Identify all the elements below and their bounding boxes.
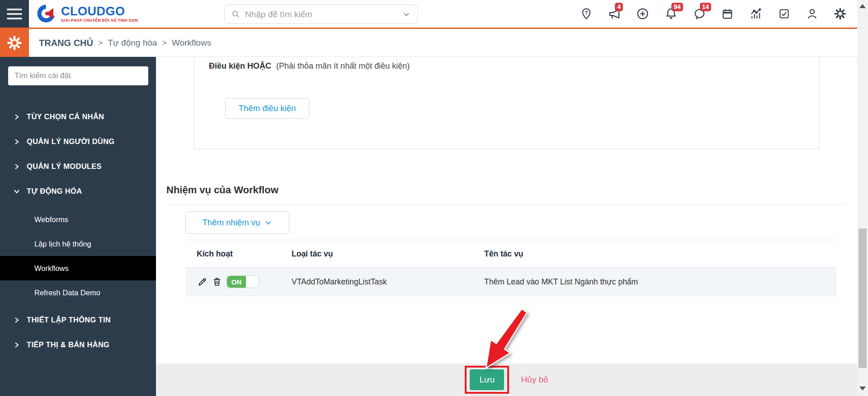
profile-button[interactable] xyxy=(806,7,819,21)
hamburger-icon xyxy=(7,9,22,10)
messages-button[interactable]: 14 xyxy=(693,7,706,21)
sidebar-item-webforms[interactable]: Webforms xyxy=(0,207,156,232)
task-active-toggle[interactable]: ON xyxy=(226,275,259,288)
sidebar-item-refresh-data-demo[interactable]: Refresh Data Demo xyxy=(0,280,156,305)
breadcrumb-item-workflows[interactable]: Workflows xyxy=(172,38,211,48)
sidebar-item-workflows[interactable]: Workflows xyxy=(0,256,156,280)
breadcrumb-separator: > xyxy=(162,38,167,48)
condition-panel: Điều kiện HOẶC (Phải thỏa mãn ít nhất mộ… xyxy=(194,57,820,149)
toggle-knob xyxy=(246,276,259,288)
chevron-down-icon xyxy=(14,188,20,195)
delete-task-button[interactable] xyxy=(212,276,222,287)
sidebar-item-marketing-sales[interactable]: TIẾP THỊ & BÁN HÀNG xyxy=(0,332,156,357)
announcements-button[interactable]: 4 xyxy=(608,7,621,21)
chevron-down-icon xyxy=(264,219,272,227)
scrollbar-down-arrow-icon[interactable] xyxy=(859,387,866,391)
task-type-cell: VTAddToMarketingListTask xyxy=(292,268,484,296)
gear-icon xyxy=(834,7,847,20)
sidebar-item-scheduler[interactable]: Lập lịch hệ thống xyxy=(0,232,156,256)
sidebar-item-personal-options[interactable]: TÙY CHỌN CÁ NHÂN xyxy=(0,104,156,129)
breadcrumb-bar: TRANG CHỦ > Tự động hóa > Workflows xyxy=(0,29,857,57)
chart-icon xyxy=(749,7,763,21)
sidebar-item-automation[interactable]: TỰ ĐỘNG HÓA xyxy=(0,179,156,204)
notifications-button[interactable]: 94 xyxy=(664,7,678,21)
settings-button[interactable] xyxy=(834,7,847,21)
location-help-icon: ? xyxy=(580,8,593,20)
messages-badge: 14 xyxy=(700,3,712,11)
sidebar-item-info-setup[interactable]: THIẾT LẬP THÔNG TIN xyxy=(0,307,156,332)
chevron-right-icon xyxy=(14,163,20,170)
scrollbar-thumb[interactable] xyxy=(859,228,867,368)
notifications-badge: 94 xyxy=(671,3,683,11)
edit-task-button[interactable] xyxy=(197,276,208,287)
page-scrollbar xyxy=(857,0,868,396)
chevron-right-icon xyxy=(14,114,20,120)
condition-heading: Điều kiện HOẶC (Phải thỏa mãn ít nhất mộ… xyxy=(209,61,410,71)
tasks-button[interactable] xyxy=(777,7,791,21)
scrollbar-up-arrow-icon[interactable] xyxy=(859,4,866,8)
global-search[interactable] xyxy=(224,5,418,24)
main-content: Điều kiện HOẶC (Phải thỏa mãn ít nhất mộ… xyxy=(156,57,857,396)
workflow-tasks-title: Nhiệm vụ của Workflow xyxy=(166,184,278,196)
workflow-tasks-table: Kích hoạt Loại tác vụ Tên tác vụ xyxy=(185,240,836,296)
search-dropdown-chevron-icon[interactable] xyxy=(402,10,411,19)
calendar-icon xyxy=(721,8,734,20)
global-search-input[interactable] xyxy=(245,9,402,19)
hamburger-menu-button[interactable] xyxy=(0,0,29,28)
chevron-right-icon xyxy=(14,342,20,348)
breadcrumb: TRANG CHỦ > Tự động hóa > Workflows xyxy=(39,29,211,57)
table-row: ON VTAddToMarketingListTask Thêm Lead và… xyxy=(185,268,836,296)
toggle-on-label: ON xyxy=(227,276,246,288)
cloudgo-logo[interactable]: CLOUDGO GIẢI PHÁP CHUYỂN ĐỔI SỐ TINH GỌN xyxy=(35,3,138,24)
condition-label: Điều kiện HOẶC xyxy=(209,61,271,70)
logo-title: CLOUDGO xyxy=(61,5,138,18)
settings-module-button[interactable] xyxy=(0,29,29,57)
top-nav-bar: CLOUDGO GIẢI PHÁP CHUYỂN ĐỔI SỐ TINH GỌN… xyxy=(0,0,857,29)
header-task-name: Tên tác vụ xyxy=(484,240,836,268)
settings-gear-icon xyxy=(6,35,23,51)
header-task-type: Loại tác vụ xyxy=(292,240,484,268)
condition-hint: (Phải thỏa mãn ít nhất một điều kiện) xyxy=(276,61,410,70)
settings-sidebar: TÙY CHỌN CÁ NHÂN QUẢN LÝ NGƯỜI DÙNG QUẢN… xyxy=(0,57,156,396)
header-activate: Kích hoạt xyxy=(185,240,292,268)
user-icon xyxy=(806,7,819,20)
sidebar-nav: TÙY CHỌN CÁ NHÂN QUẢN LÝ NGƯỜI DÙNG QUẢN… xyxy=(0,104,156,357)
sidebar-search-input[interactable] xyxy=(8,66,148,85)
logo-tagline: GIẢI PHÁP CHUYỂN ĐỔI SỐ TINH GỌN xyxy=(61,18,138,23)
plus-circle-icon xyxy=(636,7,649,20)
cloudgo-logo-icon xyxy=(35,3,57,24)
annotation-arrow xyxy=(466,303,538,375)
task-name-cell: Thêm Lead vào MKT List Ngành thực phẩm xyxy=(484,268,836,296)
reports-button[interactable] xyxy=(749,7,763,21)
sidebar-item-user-management[interactable]: QUẢN LÝ NGƯỜI DÙNG xyxy=(0,129,156,154)
quick-create-button[interactable] xyxy=(636,7,650,21)
sidebar-item-module-management[interactable]: QUẢN LÝ MODULES xyxy=(0,154,156,179)
table-header-row: Kích hoạt Loại tác vụ Tên tác vụ xyxy=(185,240,836,268)
announcements-badge: 4 xyxy=(615,3,623,11)
topbar-icon-row: ? 4 94 14 xyxy=(580,0,847,28)
pencil-icon xyxy=(197,277,208,287)
cancel-link[interactable]: Hủy bỏ xyxy=(521,375,548,385)
calendar-button[interactable] xyxy=(721,7,734,21)
checkbox-icon xyxy=(778,8,790,20)
add-task-button[interactable]: Thêm nhiệm vụ xyxy=(185,211,289,234)
breadcrumb-home-link[interactable]: TRANG CHỦ xyxy=(39,38,93,48)
breadcrumb-separator: > xyxy=(98,38,103,48)
search-icon xyxy=(231,9,241,19)
chevron-right-icon xyxy=(14,317,20,323)
chevron-right-icon xyxy=(14,139,20,145)
trash-icon xyxy=(212,277,222,287)
svg-text:?: ? xyxy=(585,9,588,15)
add-condition-button[interactable]: Thêm điều kiện xyxy=(225,98,309,119)
breadcrumb-item-automation[interactable]: Tự động hóa xyxy=(108,38,157,48)
help-pin-button[interactable]: ? xyxy=(580,7,593,21)
section-divider xyxy=(166,205,847,205)
